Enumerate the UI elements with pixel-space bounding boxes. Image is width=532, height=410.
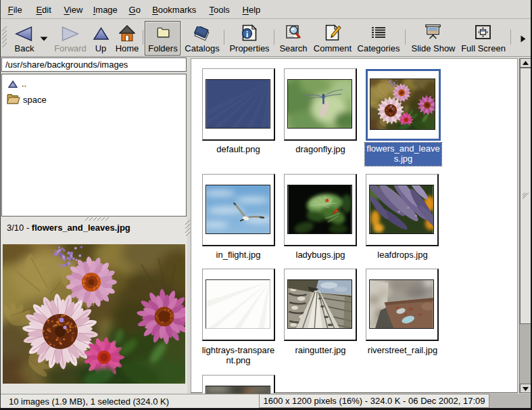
svg-text:i: i [246,29,249,39]
